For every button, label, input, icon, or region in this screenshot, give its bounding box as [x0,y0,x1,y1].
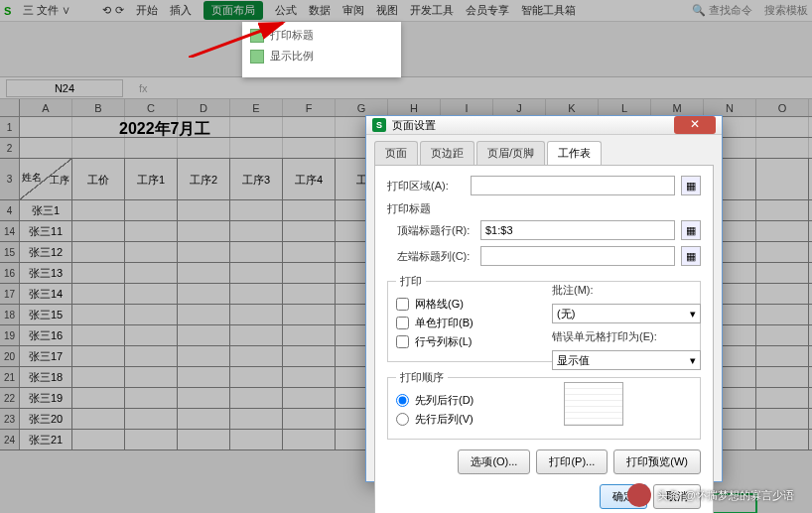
search-template[interactable]: 搜索模板 [764,3,808,18]
cell[interactable] [125,305,178,324]
cell[interactable] [230,200,283,220]
cell[interactable] [283,388,336,408]
cell[interactable] [72,409,125,429]
col-L[interactable]: L [599,99,651,116]
cell[interactable] [178,409,230,429]
row-header[interactable]: 16 [0,263,20,283]
cell[interactable] [756,367,809,387]
bw-checkbox[interactable] [396,317,409,329]
col-H[interactable]: H [388,99,441,116]
cell[interactable] [125,221,178,241]
cell[interactable] [230,221,283,241]
cell[interactable] [125,409,178,429]
cell[interactable]: 张三20 [20,409,72,429]
file-menu[interactable]: 三 文件 ∨ [23,3,70,18]
cell[interactable] [125,263,178,283]
cell[interactable] [125,284,178,304]
cell[interactable] [178,284,230,304]
cell[interactable] [72,242,125,262]
tab-formula[interactable]: 公式 [275,3,297,18]
cell[interactable] [178,388,230,408]
cell[interactable] [756,138,809,158]
cell[interactable]: 工序2 [178,159,230,199]
cell[interactable] [756,117,809,137]
cell[interactable] [72,430,125,449]
cell[interactable] [283,367,336,387]
cell[interactable] [756,305,809,324]
tab-start[interactable]: 开始 [136,3,158,18]
row-header[interactable]: 4 [0,200,20,220]
cell[interactable] [178,242,230,262]
row-header[interactable]: 1 [0,117,20,137]
cell[interactable] [72,388,125,408]
options-button[interactable]: 选项(O)... [458,449,530,474]
name-box[interactable]: N24 [6,79,123,97]
cell[interactable] [230,409,283,429]
cell[interactable] [283,242,336,262]
cell[interactable] [178,305,230,324]
cell[interactable] [756,221,809,241]
cell[interactable] [283,409,336,429]
tab-review[interactable]: 审阅 [342,3,364,18]
gridlines-checkbox[interactable] [396,298,409,311]
cell[interactable] [283,263,336,283]
cell[interactable]: 工序姓名 [20,159,72,199]
cell[interactable]: 张三16 [20,325,72,345]
row-header[interactable]: 3 [0,159,20,199]
cell[interactable] [178,138,230,158]
cell[interactable]: 张三14 [20,284,72,304]
cell[interactable] [230,346,283,366]
top-row-picker[interactable]: ▦ [681,220,701,240]
cell[interactable] [230,284,283,304]
cell[interactable] [125,325,178,345]
col-K[interactable]: K [546,99,599,116]
cell[interactable]: 张三12 [20,242,72,262]
cell[interactable]: 张三1 [20,200,72,220]
tab-view[interactable]: 视图 [376,3,398,18]
tab-page[interactable]: 页面 [374,141,418,165]
cell[interactable] [72,200,125,220]
row-header[interactable]: 22 [0,388,20,408]
row-header[interactable]: 24 [0,430,20,449]
cell[interactable] [283,117,336,137]
cell[interactable] [756,200,809,220]
tab-ai[interactable]: 智能工具箱 [521,3,576,18]
cell[interactable]: 工序3 [230,159,283,199]
close-button[interactable]: ✕ [674,116,716,134]
row-header[interactable]: 23 [0,409,20,429]
print-area-input[interactable] [471,176,675,195]
col-N[interactable]: N [704,99,756,116]
row-header[interactable]: 18 [0,305,20,324]
cell[interactable] [72,284,125,304]
cell[interactable] [230,367,283,387]
cell[interactable]: 工价 [72,159,125,199]
cell[interactable] [125,200,178,220]
col-I[interactable]: I [441,99,493,116]
cell[interactable] [230,138,283,158]
cell[interactable] [72,263,125,283]
cell[interactable] [72,305,125,324]
row-header[interactable]: 17 [0,284,20,304]
col-G[interactable]: G [336,99,388,116]
cell[interactable] [283,138,336,158]
cell[interactable] [72,138,125,158]
cell[interactable] [283,284,336,304]
row-header[interactable]: 14 [0,221,20,241]
tab-member[interactable]: 会员专享 [466,3,509,18]
cell[interactable] [756,388,809,408]
row-header[interactable]: 19 [0,325,20,345]
rowcol-checkbox[interactable] [396,335,409,348]
cell[interactable] [283,430,336,449]
comments-select[interactable]: (无)▾ [552,304,701,323]
cell[interactable] [72,325,125,345]
tab-margin[interactable]: 页边距 [420,141,474,165]
cell[interactable] [283,325,336,345]
cell[interactable] [178,430,230,449]
cell[interactable] [230,305,283,324]
order-row-first-radio[interactable] [396,413,409,426]
cell[interactable]: 工序1 [125,159,178,199]
cell[interactable] [756,346,809,366]
cell[interactable] [756,284,809,304]
cell[interactable]: 张三21 [20,430,72,449]
cell[interactable] [125,346,178,366]
